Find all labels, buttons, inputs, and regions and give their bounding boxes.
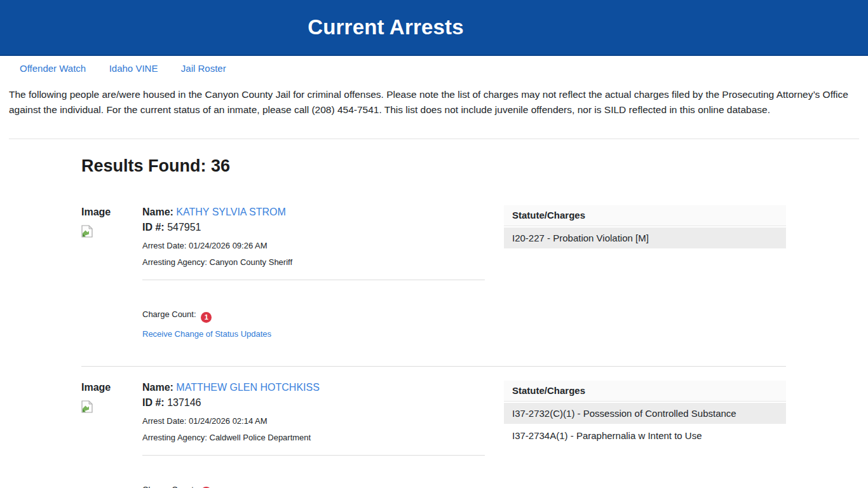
charges-table-header: Statute/Charges	[504, 205, 786, 226]
charge-count-badge: 1	[201, 312, 212, 323]
page: Current Arrests Offender Watch Idaho VIN…	[0, 0, 868, 488]
charges-table: Statute/Charges I37-2732(C)(1) - Possess…	[504, 381, 786, 488]
id-line: ID #: 137146	[142, 396, 485, 410]
site-header: Current Arrests	[0, 0, 868, 56]
charge-count-line: Charge Count: 2	[142, 485, 485, 488]
charge-count-line: Charge Count: 1	[142, 309, 485, 323]
broken-image-icon	[81, 400, 93, 416]
inmate-info-block: Name: MATTHEW GLEN HOTCHKISS ID #: 13714…	[142, 381, 485, 456]
nav-link-offender-watch[interactable]: Offender Watch	[10, 63, 96, 74]
name-line: Name: MATTHEW GLEN HOTCHKISS	[142, 381, 485, 395]
id-label: ID #:	[142, 397, 165, 408]
results-heading: Results Found: 36	[81, 156, 786, 176]
id-line: ID #: 547951	[142, 220, 485, 234]
inmate-name-link[interactable]: KATHY SYLVIA STROM	[176, 207, 286, 217]
inmate-id-value: 547951	[167, 222, 201, 233]
image-column-label: Image	[81, 205, 142, 219]
name-label: Name:	[142, 207, 173, 217]
charges-table: Statute/Charges I20-227 - Probation Viol…	[504, 205, 786, 339]
inmate-record: Image Name: MATTHEW G	[81, 366, 786, 488]
charge-count-label: Charge Count:	[142, 309, 196, 319]
image-column-label: Image	[81, 381, 142, 395]
arrest-date-line: Arrest Date: 01/24/2026 02:14 AM	[142, 416, 485, 426]
records-list: Image Name: KATHY SYL	[81, 205, 786, 488]
inmate-record: Image Name: KATHY SYL	[81, 205, 786, 366]
page-title: Current Arrests	[0, 15, 771, 39]
charge-row: I37-2732(C)(1) - Possession of Controlle…	[504, 403, 786, 424]
charges-table-header: Statute/Charges	[504, 381, 786, 402]
broken-image-icon	[81, 225, 93, 240]
inmate-details: Name: KATHY SYLVIA STROM ID #: 547951 Ar…	[142, 205, 485, 339]
charge-count-label: Charge Count:	[142, 485, 196, 488]
inmate-name-link[interactable]: MATTHEW GLEN HOTCHKISS	[176, 382, 320, 393]
id-label: ID #:	[142, 222, 165, 233]
nav-link-idaho-vine[interactable]: Idaho VINE	[99, 63, 168, 74]
name-line: Name: KATHY SYLVIA STROM	[142, 205, 485, 219]
charge-row: I20-227 - Probation Violation [M]	[504, 227, 786, 248]
arresting-agency-line: Arresting Agency: Canyon County Sheriff	[142, 257, 485, 268]
name-label: Name:	[142, 382, 173, 393]
arrest-date-line: Arrest Date: 01/24/2026 09:26 AM	[142, 241, 485, 251]
inmate-info-block: Name: KATHY SYLVIA STROM ID #: 547951 Ar…	[142, 205, 485, 280]
arresting-agency-line: Arresting Agency: Caldwell Police Depart…	[142, 433, 485, 443]
image-column: Image	[81, 205, 142, 339]
results-section: Results Found: 36 Image	[81, 156, 786, 488]
status-updates-link[interactable]: Receive Change of Status Updates	[142, 329, 271, 339]
top-nav: Offender Watch Idaho VINE Jail Roster	[0, 56, 868, 81]
inmate-details: Name: MATTHEW GLEN HOTCHKISS ID #: 13714…	[142, 381, 485, 488]
charge-row: I37-2734A(1) - Paraphernalia w Intent to…	[504, 425, 786, 446]
section-divider	[9, 139, 859, 139]
nav-link-jail-roster[interactable]: Jail Roster	[171, 63, 236, 74]
inmate-id-value: 137146	[167, 397, 201, 408]
intro-text: The following people are/were housed in …	[9, 87, 859, 118]
image-column: Image	[81, 381, 142, 488]
